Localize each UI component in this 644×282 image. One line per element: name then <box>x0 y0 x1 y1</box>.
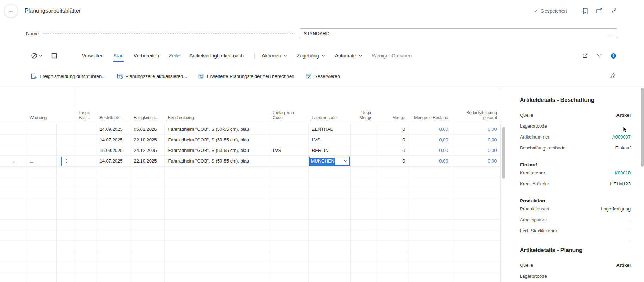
quelle-planung-value: Artikel <box>616 263 631 268</box>
table-scrollbar[interactable] <box>501 88 505 282</box>
kreditorennr-row: Kreditorennr. K00010 <box>520 167 631 178</box>
arbeitsplannr-row: Arbeitsplannr. – <box>520 214 631 225</box>
info-icon[interactable] <box>610 53 616 59</box>
app: { "colors": { "accent_blue": "#1f6cb5", … <box>0 0 644 282</box>
back-button[interactable]: ← <box>4 4 18 17</box>
quelle-value: Artikel <box>616 112 631 118</box>
col-umlag-von-code[interactable]: Umlag. vonCode <box>269 86 308 124</box>
combobox-dropdown-button[interactable] <box>342 157 349 165</box>
kreditorennr-link[interactable]: K00010 <box>615 170 631 176</box>
row-options-button[interactable]: ⋮ <box>61 157 71 166</box>
menu-automate[interactable]: Automate <box>335 53 362 59</box>
chevron-down-icon <box>322 55 325 57</box>
selected-row-arrow-icon: → <box>11 158 16 164</box>
page-scrollbar[interactable] <box>640 86 644 282</box>
lagerortcode-planung-label: Lagerortcode <box>520 274 547 279</box>
col-warnung[interactable]: Warnung <box>26 86 56 124</box>
col-bedarfsdeckung-gesamt[interactable]: Bedarfsdeckunggesamt <box>452 86 500 124</box>
ellipsis-vertical-icon: ⋮ <box>64 158 69 164</box>
artikelnummer-label: Artikelnummer <box>520 134 549 140</box>
arbeitsplannr-value: – <box>628 217 631 222</box>
perform-event-message-icon <box>31 73 37 79</box>
produktionsart-label: Produktionsart <box>520 206 549 212</box>
col-faelligkeitsdatum[interactable]: Fälligkeitsd... <box>130 86 164 124</box>
col-bestelldatum[interactable]: Bestelldatu... <box>96 86 130 124</box>
quelle-label: Quelle <box>520 112 533 118</box>
name-input-value: STANDARD <box>304 31 608 36</box>
analysis-mode-icon <box>31 53 37 59</box>
col-beschreibung[interactable]: Beschreibung <box>164 86 269 124</box>
layout-options-button[interactable] <box>51 53 57 59</box>
page-title: Planungsarbeitsblätter <box>25 8 81 14</box>
quelle-row: Quelle Artikel <box>520 110 631 121</box>
pin-icon[interactable] <box>610 73 616 80</box>
produktion-section-header: Produktion <box>520 194 631 203</box>
chevron-down-icon <box>344 160 347 162</box>
fert-stuecklistennr-row: Fert.-Stücklistennr. – <box>520 225 631 236</box>
check-icon: ✓ <box>534 8 538 14</box>
chevron-down-icon <box>39 55 42 57</box>
filter-icon[interactable] <box>596 53 602 59</box>
col-urspr-faelligkeit[interactable]: Urspr.Fälli... <box>75 86 96 124</box>
ereignismeldung-button[interactable]: Ereignismeldung durchführen... <box>31 73 106 79</box>
fert-stuecklistennr-value: – <box>628 228 631 233</box>
menu-separator <box>254 53 255 59</box>
beschaffungsmethode-label: Beschaffungsmethode <box>520 145 565 151</box>
topbar: ← Planungsarbeitsblätter ✓ Gespeichert <box>0 0 644 22</box>
weniger-optionen-button[interactable]: Weniger Optionen <box>372 53 412 59</box>
fert-stuecklistennr-label: Fert.-Stücklistennr. <box>520 228 558 233</box>
planungsfelder-neu-berechnen-button[interactable]: Erweiterte Planungsfelder neu berechnen <box>198 73 294 79</box>
quelle-planung-row: Quelle Artikel <box>520 260 631 271</box>
kred-artikelnr-row: Kred.-Artikelnr HELM123 <box>520 178 631 189</box>
kred-artikelnr-label: Kred.-Artikelnr <box>520 181 549 186</box>
artikelnummer-link[interactable]: A000007 <box>612 134 631 140</box>
tab-zeile[interactable]: Zeile <box>169 53 180 59</box>
chevron-down-icon <box>284 55 287 57</box>
produktionsart-value: Lagerfertigung <box>601 206 631 212</box>
bookmark-icon[interactable] <box>583 8 588 14</box>
factbox-divider <box>520 242 631 242</box>
tab-artikelverfuegbarkeit[interactable]: Artikelverfügbarkeit nach <box>189 53 244 59</box>
factbox-pane: Artikeldetails - Beschaffung Quelle Arti… <box>515 86 638 282</box>
col-row-menu[interactable] <box>56 86 75 124</box>
open-in-new-window-icon[interactable] <box>596 8 602 14</box>
name-input[interactable]: STANDARD … <box>300 28 617 39</box>
kred-artikelnr-value: HELM123 <box>610 181 631 186</box>
tab-vorbereiten[interactable]: Vorbereiten <box>134 53 159 59</box>
planungszeile-aktualisieren-button[interactable]: Planungszeile aktualisieren... <box>117 73 187 79</box>
col-urspr-menge[interactable]: Urspr.Menge <box>350 86 376 124</box>
collapse-icon[interactable] <box>611 8 616 14</box>
page-scrollbar-thumb[interactable] <box>641 88 644 167</box>
table-scrollbar-thumb[interactable] <box>502 127 505 179</box>
col-row-selector[interactable] <box>0 86 26 124</box>
tab-start[interactable]: Start <box>113 53 124 59</box>
name-label: Name <box>26 31 39 36</box>
analysis-mode-button[interactable] <box>31 53 42 59</box>
ribbon: Verwalten Start Vorbereiten Zeile Artike… <box>0 45 644 66</box>
reservieren-button[interactable]: Reservieren <box>306 73 340 79</box>
produktionsart-row: Produktionsart Lagerfertigung <box>520 203 631 214</box>
saved-status: ✓ Gespeichert <box>534 8 567 14</box>
lagerortcode-planung-row: Lagerortcode <box>520 271 631 282</box>
col-menge-in-bestand[interactable]: Menge in Bestand <box>409 86 452 124</box>
factbox-beschaffung-title: Artikeldetails - Beschaffung <box>520 97 631 103</box>
factbox-planung-title: Artikeldetails - Planung <box>520 247 631 253</box>
tab-verwalten[interactable]: Verwalten <box>82 53 103 59</box>
lagerortcode-label: Lagerortcode <box>520 123 547 129</box>
einkauf-section-header: Einkauf <box>520 158 631 167</box>
menu-zugehoerig[interactable]: Zugehörig <box>297 53 325 59</box>
kreditorennr-label: Kreditorennr. <box>520 170 546 176</box>
lagerortcode-combobox[interactable]: MÜNCHEN <box>309 157 350 166</box>
layout-grid-icon <box>51 53 57 59</box>
menu-aktionen[interactable]: Aktionen <box>262 53 287 59</box>
share-icon[interactable] <box>582 53 588 59</box>
beschaffungsmethode-row: Beschaffungsmethode Einkauf <box>520 142 631 153</box>
back-arrow-icon: ← <box>8 7 14 14</box>
col-lagerortcode[interactable]: Lagerortcode <box>308 86 350 124</box>
lagerortcode-row: Lagerortcode <box>520 121 631 131</box>
freeze-pane-divider <box>75 88 75 282</box>
saved-label: Gespeichert <box>541 8 567 14</box>
arbeitsplannr-label: Arbeitsplannr. <box>520 217 548 222</box>
col-menge[interactable]: Menge <box>376 86 409 124</box>
assist-edit-button[interactable]: … <box>608 31 613 36</box>
